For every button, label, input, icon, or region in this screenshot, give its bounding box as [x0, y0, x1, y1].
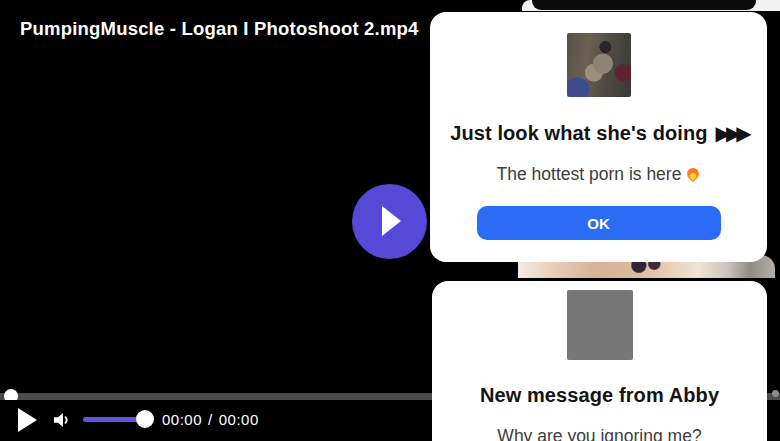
sidebar-top-banner-bar: [532, 0, 756, 10]
video-page: PumpingMuscle - Logan I Photoshoot 2.mp4…: [0, 0, 780, 441]
volume-slider-thumb[interactable]: [136, 410, 154, 428]
volume-button[interactable]: [50, 408, 74, 432]
speaker-icon: [50, 408, 74, 432]
video-title: PumpingMuscle - Logan I Photoshoot 2.mp4: [20, 18, 419, 40]
fire-emoji-icon: [686, 165, 700, 182]
popup-message: The hottest porn is here: [430, 164, 767, 185]
popup-heading-text: Just look what she's doing: [450, 122, 707, 144]
play-icon: [382, 206, 401, 236]
duration: 00:00: [219, 411, 259, 428]
popup-message: Why are you ignoring me?: [432, 426, 767, 441]
ad-popup-secondary[interactable]: New message from Abby Why are you ignori…: [432, 281, 767, 441]
sidebar-top-banner: [522, 0, 780, 11]
triple-arrow-icon: ▶▶▶: [716, 121, 747, 145]
volume-slider[interactable]: [83, 417, 145, 422]
time-separator: /: [208, 411, 213, 428]
popup-heading: New message from Abby: [432, 384, 767, 407]
popup-thumbnail-image[interactable]: [567, 33, 631, 97]
popup-heading: Just look what she's doing▶▶▶: [430, 121, 767, 145]
ad-popup-primary[interactable]: Just look what she's doing▶▶▶ The hottes…: [430, 12, 767, 262]
current-time: 00:00: [162, 411, 202, 428]
big-play-button[interactable]: [352, 184, 427, 259]
popup-thumbnail-image[interactable]: [567, 290, 633, 360]
time-display: 00:00/00:00: [162, 411, 259, 428]
popup-message-text: The hottest porn is here: [497, 164, 682, 184]
ok-button[interactable]: OK: [477, 206, 721, 240]
play-button[interactable]: [18, 408, 37, 432]
scrollbar-thumb[interactable]: [772, 390, 779, 397]
